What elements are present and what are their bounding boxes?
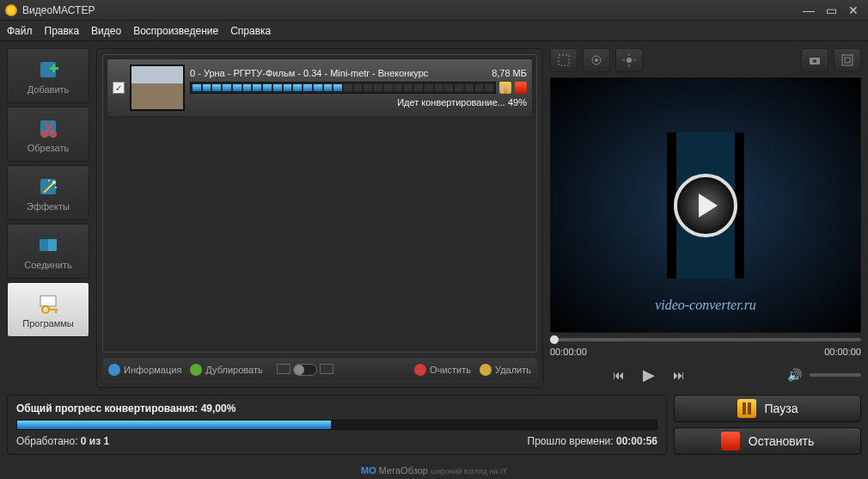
volume-icon[interactable]: 🔊 — [784, 365, 804, 385]
progress-label: Общий прогресс конвертирования: 49,00% — [16, 402, 657, 415]
file-list: ✓ 0 - Урна - РГРТУ-Фильм - 0.34 - Mini-m… — [102, 54, 537, 353]
play-button[interactable]: ▶ — [636, 362, 662, 388]
svg-point-12 — [55, 187, 57, 188]
time-current: 00:00:00 — [550, 347, 587, 357]
key-icon — [36, 292, 60, 316]
svg-point-21 — [595, 58, 598, 62]
svg-rect-2 — [52, 64, 55, 72]
svg-rect-19 — [559, 55, 569, 65]
seek-row — [550, 338, 861, 341]
item-pause-button[interactable]: ❚❚ — [499, 82, 511, 94]
sidebar-programs-label: Программы — [22, 318, 73, 329]
minimize-button[interactable]: — — [799, 3, 818, 17]
item-filesize: 8,78 МБ — [492, 68, 527, 78]
volume-slider[interactable] — [810, 373, 861, 377]
sidebar-cut-label: Обрезать — [28, 143, 70, 153]
delete-button[interactable]: Удалить — [480, 364, 531, 376]
sidebar-effects-label: Эффекты — [27, 201, 70, 212]
item-filename: 0 - Урна - РГРТУ-Фильм - 0.34 - Mini-met… — [190, 68, 428, 78]
menu-edit[interactable]: Правка — [45, 25, 80, 37]
delete-icon — [480, 364, 492, 376]
list-toolbar: Информация Дублировать Очистить Удалить — [102, 358, 537, 382]
sidebar-join[interactable]: Соединить — [7, 224, 89, 279]
svg-point-22 — [627, 58, 632, 63]
prev-button[interactable]: ⏮ — [608, 365, 629, 385]
brightness-button[interactable] — [615, 48, 643, 72]
menubar: Файл Правка Видео Воспроизведение Справк… — [0, 21, 868, 41]
menu-help[interactable]: Справка — [230, 25, 271, 37]
footer-brand-prefix: MO — [361, 465, 376, 476]
svg-rect-14 — [48, 239, 57, 251]
app-title: ВидеоМАСТЕР — [22, 4, 796, 16]
overall-progress-bar — [16, 420, 657, 430]
stop-button[interactable]: Остановить — [674, 427, 861, 455]
filmstrip-icon — [667, 132, 744, 279]
preview-area[interactable]: video-converter.ru — [550, 77, 861, 333]
close-button[interactable]: ✕ — [844, 3, 863, 17]
player-controls: ⏮ ▶ ⏭ 🔊 — [550, 362, 861, 388]
settings-button[interactable] — [583, 48, 610, 72]
pause-button[interactable]: Пауза — [674, 395, 861, 422]
volume-group: 🔊 — [784, 365, 861, 385]
stop-icon — [721, 432, 740, 451]
menu-video[interactable]: Видео — [91, 25, 121, 37]
duplicate-button[interactable]: Дублировать — [190, 364, 262, 376]
view-list-icon — [277, 364, 290, 374]
pause-icon — [737, 399, 756, 418]
footer-tagline: широкий взгляд на IT — [431, 467, 507, 476]
svg-point-10 — [52, 181, 56, 184]
item-top-row: 0 - Урна - РГРТУ-Фильм - 0.34 - Mini-met… — [190, 68, 527, 78]
action-buttons: Пауза Остановить — [674, 395, 861, 455]
fullscreen-button[interactable] — [834, 48, 861, 72]
svg-point-16 — [42, 306, 49, 313]
svg-point-28 — [813, 59, 816, 63]
watermark-text: video-converter.ru — [655, 298, 756, 313]
svg-point-11 — [48, 180, 50, 181]
item-thumbnail — [130, 64, 185, 111]
play-circle-icon — [674, 174, 737, 237]
svg-rect-29 — [842, 55, 853, 65]
right-panel: video-converter.ru 00:00:00 00:00:00 ⏮ ▶… — [550, 48, 861, 388]
maximize-button[interactable]: ▭ — [822, 3, 840, 17]
titlebar: ВидеоМАСТЕР — ▭ ✕ — [0, 0, 868, 21]
footer-brand: МегаОбзор — [379, 465, 428, 476]
main-area: Добавить Обрезать Эффекты Соединить Прог… — [0, 41, 868, 395]
item-status: Идет конвертирование... 49% — [190, 97, 527, 107]
sidebar-effects[interactable]: Эффекты — [7, 165, 89, 220]
progress-panel: Общий прогресс конвертирования: 49,00% О… — [7, 395, 667, 455]
list-item[interactable]: ✓ 0 - Урна - РГРТУ-Фильм - 0.34 - Mini-m… — [107, 58, 533, 117]
sidebar-programs[interactable]: Программы — [7, 282, 89, 337]
snapshot-button[interactable] — [801, 48, 828, 72]
item-stop-button[interactable] — [515, 82, 527, 94]
clear-button[interactable]: Очистить — [414, 364, 471, 376]
duplicate-icon — [190, 364, 202, 376]
view-toggle[interactable] — [277, 364, 333, 376]
sidebar-cut[interactable]: Обрезать — [7, 107, 89, 162]
scissors-icon — [36, 116, 60, 140]
svg-rect-15 — [40, 296, 56, 306]
view-grid-icon — [320, 364, 333, 374]
view-switch[interactable] — [293, 364, 317, 376]
menu-file[interactable]: Файл — [7, 25, 33, 37]
svg-rect-13 — [40, 239, 48, 251]
svg-rect-30 — [845, 58, 850, 63]
menu-playback[interactable]: Воспроизведение — [133, 25, 218, 37]
time-total: 00:00:00 — [824, 347, 861, 357]
sidebar: Добавить Обрезать Эффекты Соединить Прог… — [7, 48, 89, 388]
progress-stats: Обработано: 0 из 1 Прошло времени: 00:00… — [16, 435, 657, 447]
seek-bar[interactable] — [550, 338, 861, 341]
time-row: 00:00:00 00:00:00 — [550, 347, 861, 357]
app-logo-icon — [5, 4, 17, 16]
join-icon — [36, 233, 60, 257]
sidebar-add[interactable]: Добавить — [7, 48, 89, 103]
info-button[interactable]: Информация — [108, 364, 181, 376]
item-info: 0 - Урна - РГРТУ-Фильм - 0.34 - Mini-met… — [190, 68, 527, 107]
item-progress-row: ❚❚ — [190, 82, 527, 94]
processed-text: Обработано: 0 из 1 — [16, 435, 109, 447]
next-button[interactable]: ⏭ — [669, 365, 689, 385]
crop-button[interactable] — [550, 48, 578, 72]
item-progress-bar — [190, 82, 496, 94]
info-icon — [108, 364, 120, 376]
clear-icon — [414, 364, 426, 376]
item-checkbox[interactable]: ✓ — [113, 82, 125, 94]
